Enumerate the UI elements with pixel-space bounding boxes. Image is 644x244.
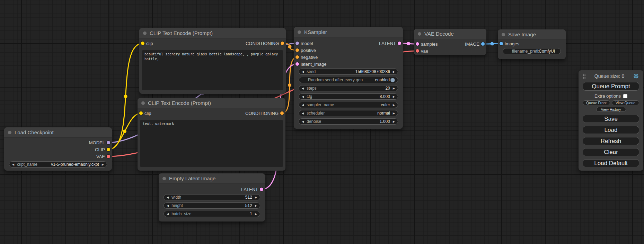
decrement-arrow-icon[interactable]: ◀ [302, 120, 304, 123]
output-port-clip[interactable] [107, 148, 110, 151]
drag-handle-icon[interactable] [583, 73, 586, 79]
decrement-arrow-icon[interactable]: ◀ [302, 95, 304, 98]
extra-options-label: Extra options [594, 93, 621, 99]
prompt-textarea[interactable]: text, watermark [140, 120, 283, 167]
view-history-button[interactable]: View History [596, 107, 626, 112]
node-header[interactable]: CLIP Text Encode (Prompt) [138, 98, 285, 108]
collapse-dot-icon[interactable] [141, 101, 145, 105]
widget-steps[interactable]: ◀ steps 20 ▶ [299, 85, 398, 91]
clear-button[interactable]: Clear [583, 148, 639, 156]
increment-arrow-icon[interactable]: ▶ [393, 70, 395, 73]
input-port-negative[interactable] [295, 55, 299, 59]
prompt-textarea[interactable]: beautiful scenery nature glass bottle la… [142, 50, 283, 90]
settings-gear-icon[interactable] [633, 73, 639, 79]
node-header[interactable]: Empty Latent Image [159, 173, 265, 184]
output-port-vae[interactable] [107, 155, 110, 158]
output-port-conditioning[interactable] [281, 42, 284, 45]
node-title: VAE Decode [424, 31, 454, 37]
decrement-arrow-icon[interactable]: ◀ [302, 112, 304, 115]
input-port-positive[interactable] [295, 48, 299, 52]
node-vae-decode[interactable]: VAE Decode samples IMAGE vae [414, 29, 486, 55]
widget-sampler-name[interactable]: ◀ sampler_name euler ▶ [299, 102, 398, 108]
widget-width[interactable]: ◀ width 512 ▶ [164, 194, 260, 200]
decrement-arrow-icon[interactable]: ◀ [12, 163, 14, 166]
increment-arrow-icon[interactable]: ▶ [255, 204, 257, 207]
output-label-model: MODEL [89, 140, 105, 145]
widget-random-seed-toggle[interactable]: Random seed after every gen enabled [299, 77, 398, 83]
collapse-dot-icon[interactable] [418, 32, 421, 36]
output-port-image[interactable] [481, 42, 485, 46]
node-empty-latent-image[interactable]: Empty Latent Image LATENT ◀ width 512 ▶ … [159, 173, 265, 222]
decrement-arrow-icon[interactable]: ◀ [167, 196, 169, 199]
widget-seed[interactable]: ◀ seed 156680208700286 ▶ [299, 69, 398, 75]
widget-denoise[interactable]: ◀ denoise 1.000 ▶ [299, 118, 398, 125]
node-header[interactable]: KSampler [294, 27, 403, 37]
widget-scheduler[interactable]: ◀ scheduler normal ▶ [299, 110, 398, 116]
load-default-button[interactable]: Load Default [583, 159, 639, 167]
node-title: CLIP Text Encode (Prompt) [148, 100, 211, 106]
node-load-checkpoint[interactable]: Load Checkpoint MODEL CLIP VAE ◀ ckpt_na… [4, 127, 112, 171]
node-title: Save Image [508, 31, 536, 37]
widget-ckpt-name[interactable]: ◀ ckpt_name v1-5-pruned-emaonly.ckpt ▶ [9, 161, 107, 168]
decrement-arrow-icon[interactable]: ◀ [302, 103, 304, 107]
refresh-button[interactable]: Refresh [583, 137, 639, 145]
node-save-image[interactable]: Save Image images filename_prefix ComfyU… [498, 29, 566, 59]
widget-label: steps [307, 86, 317, 91]
increment-arrow-icon[interactable]: ▶ [393, 95, 395, 98]
toggle-circle-icon[interactable] [390, 78, 395, 82]
save-button[interactable]: Save [583, 115, 639, 123]
input-label-vae: vae [421, 48, 428, 54]
increment-arrow-icon[interactable]: ▶ [393, 87, 395, 90]
collapse-dot-icon[interactable] [8, 131, 11, 134]
output-port-model[interactable] [107, 141, 110, 144]
node-title: CLIP Text Encode (Prompt) [150, 30, 213, 36]
node-canvas[interactable]: Load Checkpoint MODEL CLIP VAE ◀ ckpt_na… [0, 0, 644, 244]
node-header[interactable]: Load Checkpoint [4, 127, 112, 138]
view-queue-button[interactable]: View Queue [612, 100, 639, 105]
input-port-images[interactable] [500, 42, 503, 45]
extra-options-checkbox[interactable] [623, 94, 627, 98]
collapse-dot-icon[interactable] [502, 33, 505, 36]
increment-arrow-icon[interactable]: ▶ [393, 120, 395, 123]
node-header[interactable]: VAE Decode [414, 29, 486, 39]
node-ksampler[interactable]: KSampler model LATENT positive negative … [294, 27, 403, 129]
node-clip-text-encode-negative[interactable]: CLIP Text Encode (Prompt) clip CONDITION… [138, 98, 285, 171]
increment-arrow-icon[interactable]: ▶ [393, 103, 395, 107]
load-button[interactable]: Load [583, 126, 639, 134]
collapse-dot-icon[interactable] [143, 31, 147, 35]
collapse-dot-icon[interactable] [298, 30, 301, 34]
input-port-clip[interactable] [141, 42, 144, 45]
decrement-arrow-icon[interactable]: ◀ [302, 87, 304, 90]
input-port-latent-image[interactable] [295, 62, 299, 66]
increment-arrow-icon[interactable]: ▶ [255, 196, 257, 199]
increment-arrow-icon[interactable]: ▶ [102, 163, 104, 166]
widget-filename-prefix[interactable]: filename_prefix ComfyUI [503, 48, 561, 54]
decrement-arrow-icon[interactable]: ◀ [167, 213, 169, 216]
queue-prompt-button[interactable]: Queue Prompt [583, 82, 639, 91]
input-port-samples[interactable] [416, 42, 419, 46]
node-header[interactable]: CLIP Text Encode (Prompt) [139, 28, 286, 38]
increment-arrow-icon[interactable]: ▶ [255, 213, 257, 216]
output-port-conditioning[interactable] [280, 111, 284, 115]
node-clip-text-encode-positive[interactable]: CLIP Text Encode (Prompt) clip CONDITION… [139, 28, 286, 94]
input-port-model[interactable] [295, 42, 299, 45]
widget-height[interactable]: ◀ height 512 ▶ [164, 202, 260, 209]
widget-batch-size[interactable]: ◀ batch_size 1 ▶ [164, 211, 260, 217]
collapse-dot-icon[interactable] [162, 177, 166, 180]
output-slot-model: MODEL [4, 139, 112, 146]
node-title: KSampler [304, 29, 327, 35]
output-label-conditioning: CONDITIONING [245, 111, 279, 116]
input-port-vae[interactable] [416, 49, 419, 53]
output-port-latent[interactable] [260, 188, 263, 191]
output-port-latent[interactable] [398, 42, 401, 45]
queue-front-button[interactable]: Queue Front [583, 100, 610, 105]
widget-label: height [171, 203, 183, 208]
input-port-clip[interactable] [139, 111, 143, 115]
output-slot-vae: VAE [4, 153, 112, 160]
widget-cfg[interactable]: ◀ cfg 8.000 ▶ [299, 93, 398, 100]
decrement-arrow-icon[interactable]: ◀ [302, 70, 304, 73]
increment-arrow-icon[interactable]: ▶ [393, 112, 395, 115]
slot-row: samples IMAGE [414, 40, 486, 47]
node-header[interactable]: Save Image [498, 29, 566, 40]
decrement-arrow-icon[interactable]: ◀ [167, 204, 169, 207]
